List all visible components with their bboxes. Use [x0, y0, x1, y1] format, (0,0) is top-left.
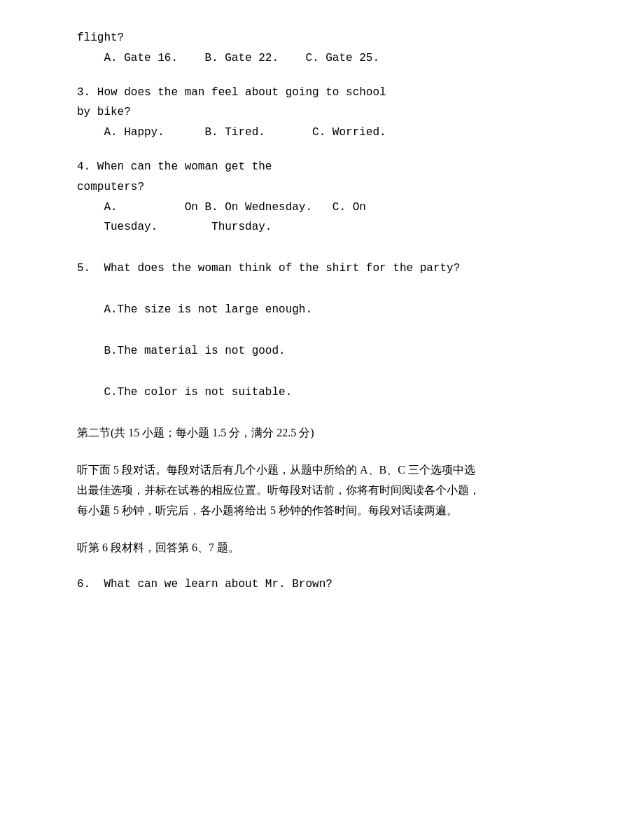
q5-line: 5. What does the woman think of the shir…	[77, 258, 588, 279]
q4-cont-line: computers?	[77, 177, 588, 198]
listen6-line: 听第 6 段材料，回答第 6、7 题。	[77, 538, 588, 558]
q5-b-line: B.The material is not good.	[77, 341, 588, 361]
instruction3-line: 每小题 5 秒钟，听完后，各小题将给出 5 秒钟的作答时间。每段对话读两遍。	[77, 501, 588, 521]
q6-line: 6. What can we learn about Mr. Brown?	[77, 574, 588, 595]
instruction2-line: 出最佳选项，并标在试卷的相应位置。听每段对话前，你将有时间阅读各个小题，	[77, 481, 588, 501]
q4-options-1-line: A. On B. On Wednesday. C. On	[77, 198, 588, 218]
q4-line: 4. When can the woman get the	[77, 157, 588, 177]
q5-c-line: C.The color is not suitable.	[77, 382, 588, 403]
q4-options-2-line: Tuesday. Thursday.	[77, 217, 588, 237]
section2-header: 第二节(共 15 小题；每小题 1.5 分，满分 22.5 分)	[77, 423, 588, 443]
flight-line: flight?	[77, 28, 588, 48]
q3-options-line: A. Happy. B. Tired. C. Worried.	[77, 123, 588, 143]
instruction1-line: 听下面 5 段对话。每段对话后有几个小题，从题中所给的 A、B、C 三个选项中选	[77, 460, 588, 481]
q3-line: 3. How does the man feel about going to …	[77, 83, 588, 103]
q3-cont-line: by bike?	[77, 102, 588, 123]
q5-a-line: A.The size is not large enough.	[77, 300, 588, 320]
main-content: flight? A. Gate 16. B. Gate 22. C. Gate …	[77, 28, 588, 595]
q2-options-line: A. Gate 16. B. Gate 22. C. Gate 25.	[77, 48, 588, 69]
